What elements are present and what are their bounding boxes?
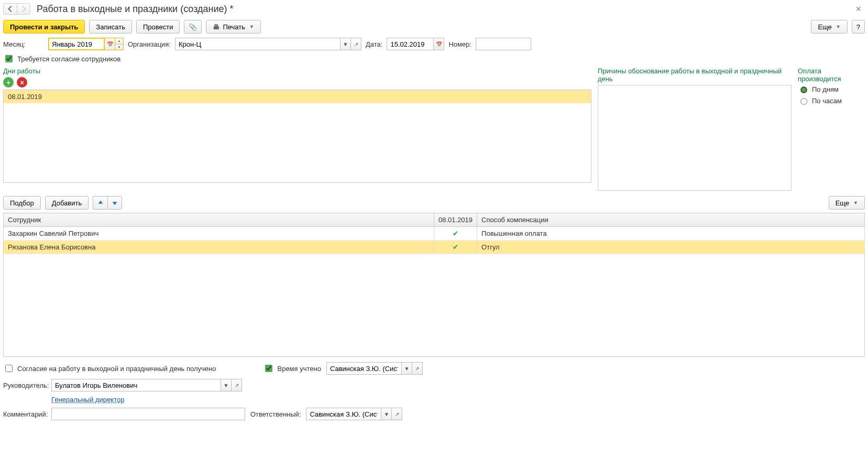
remove-day-button[interactable]: × bbox=[17, 77, 27, 88]
page-title: Работа в выходные и праздники (создание)… bbox=[37, 4, 234, 15]
responsible-open-button[interactable]: ↗ bbox=[392, 408, 402, 420]
nav-back-button[interactable] bbox=[3, 3, 17, 15]
add-row-button[interactable]: Добавить bbox=[45, 196, 89, 210]
attach-button[interactable]: 📎 bbox=[184, 20, 202, 34]
date-label: Дата: bbox=[366, 40, 382, 48]
post-button[interactable]: Провести bbox=[136, 20, 180, 34]
checkmark-icon[interactable]: ✔ bbox=[453, 243, 458, 251]
org-label: Организация: bbox=[128, 40, 171, 48]
table-row[interactable]: Рязанова Елена Борисовна ✔ Отгул bbox=[4, 241, 865, 254]
time-counted-checkbox[interactable]: Время учтено bbox=[263, 363, 321, 374]
number-label: Номер: bbox=[448, 40, 471, 48]
table-row[interactable]: Захаркин Савелий Петрович ✔ Повышенная о… bbox=[4, 227, 865, 241]
month-calendar-button[interactable]: 📅 bbox=[105, 38, 115, 50]
month-up-button[interactable]: ▲ bbox=[115, 38, 123, 45]
pick-button[interactable]: Подбор bbox=[3, 196, 41, 210]
org-open-button[interactable]: ↗ bbox=[351, 38, 361, 50]
reasons-textarea[interactable] bbox=[598, 85, 792, 191]
number-input[interactable] bbox=[476, 38, 531, 50]
save-button[interactable]: Записать bbox=[89, 20, 132, 34]
more-button[interactable]: Еще▼ bbox=[811, 20, 847, 34]
help-button[interactable]: ? bbox=[852, 20, 865, 34]
month-label: Месяц: bbox=[3, 40, 44, 48]
move-down-button[interactable] bbox=[107, 196, 122, 210]
date-calendar-button[interactable]: 📅 bbox=[434, 38, 444, 50]
responsible-input[interactable] bbox=[306, 408, 381, 420]
responsible-dropdown-button[interactable]: ▼ bbox=[381, 408, 392, 420]
table-empty-area bbox=[3, 254, 865, 357]
pay-title: Оплата производится bbox=[798, 67, 865, 83]
org-dropdown-button[interactable]: ▼ bbox=[340, 38, 351, 50]
employee-table[interactable]: Сотрудник 08.01.2019 Способ компенсации … bbox=[3, 213, 865, 254]
comment-label: Комментарий: bbox=[3, 410, 46, 418]
manager-input[interactable] bbox=[51, 379, 221, 391]
month-down-button[interactable]: ▼ bbox=[115, 45, 123, 50]
time-user-open-button[interactable]: ↗ bbox=[412, 362, 423, 375]
days-title: Дни работы bbox=[3, 67, 591, 75]
responsible-label: Ответственный: bbox=[250, 410, 301, 418]
pay-by-hours-radio[interactable]: По часам bbox=[798, 96, 865, 105]
days-listbox[interactable]: 08.01.2019 bbox=[3, 90, 591, 183]
checkmark-icon[interactable]: ✔ bbox=[453, 230, 458, 237]
pay-by-days-radio[interactable]: По дням bbox=[798, 85, 865, 93]
day-item[interactable]: 08.01.2019 bbox=[4, 90, 591, 103]
reasons-title: Причины обоснование работы в выходной и … bbox=[598, 67, 792, 83]
consent-required-checkbox[interactable]: Требуется согласие сотрудников bbox=[3, 53, 120, 64]
comment-input[interactable] bbox=[51, 408, 245, 420]
caret-down-icon: ▼ bbox=[853, 200, 858, 205]
manager-dropdown-button[interactable]: ▼ bbox=[221, 379, 232, 391]
move-up-button[interactable] bbox=[93, 196, 107, 210]
time-user-dropdown-button[interactable]: ▼ bbox=[402, 362, 412, 375]
consent-received-checkbox[interactable]: Согласие на работу в выходной и празднич… bbox=[3, 363, 216, 374]
table-more-button[interactable]: Еще▼ bbox=[829, 196, 865, 210]
printer-icon: 🖶 bbox=[213, 23, 219, 31]
manager-open-button[interactable]: ↗ bbox=[232, 379, 242, 391]
add-day-button[interactable]: + bbox=[3, 77, 14, 88]
caret-down-icon: ▼ bbox=[249, 24, 254, 29]
col-comp[interactable]: Способ компенсации bbox=[477, 213, 865, 227]
time-user-input[interactable] bbox=[326, 362, 402, 375]
col-employee[interactable]: Сотрудник bbox=[4, 213, 434, 227]
col-date[interactable]: 08.01.2019 bbox=[434, 213, 477, 227]
print-button[interactable]: 🖶Печать▼ bbox=[206, 20, 261, 34]
post-and-close-button[interactable]: Провести и закрыть bbox=[3, 20, 85, 34]
nav-forward-button[interactable] bbox=[17, 3, 30, 15]
paperclip-icon: 📎 bbox=[189, 23, 197, 31]
date-input[interactable] bbox=[387, 38, 434, 50]
manager-position-link[interactable]: Генеральный директор bbox=[51, 396, 124, 403]
month-input[interactable] bbox=[48, 38, 105, 50]
org-input[interactable] bbox=[175, 38, 340, 50]
close-button[interactable]: ✕ bbox=[852, 4, 865, 14]
manager-label: Руководитель: bbox=[3, 381, 46, 389]
caret-down-icon: ▼ bbox=[836, 24, 841, 29]
